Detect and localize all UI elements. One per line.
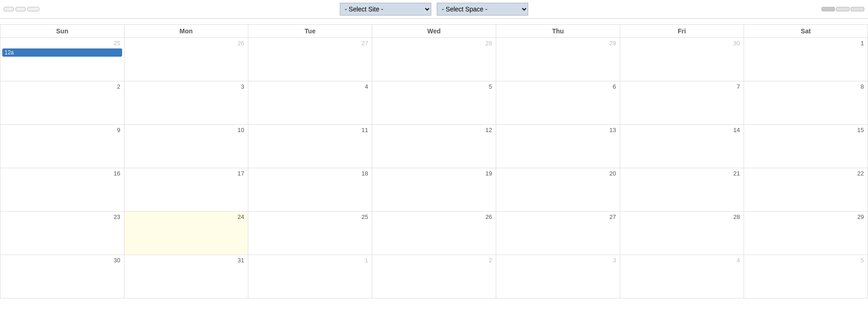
event-block[interactable]: 12a: [2, 48, 122, 57]
day-number: 26: [374, 213, 494, 221]
day-number: 19: [374, 169, 494, 178]
calendar-day[interactable]: 3: [496, 255, 620, 298]
day-number: 21: [622, 169, 742, 178]
today-button[interactable]: [27, 7, 39, 11]
day-number: 18: [250, 169, 370, 178]
day-number: 29: [746, 213, 866, 221]
calendar-week-2: 9101112131415: [0, 125, 868, 168]
day-number: 2: [2, 82, 122, 91]
calendar-day[interactable]: 20: [496, 168, 620, 212]
day-number: 4: [250, 82, 370, 91]
month-view-button[interactable]: [821, 7, 835, 11]
day-number: 22: [746, 169, 866, 178]
day-headers-row: SunMonTueWedThuFriSat: [0, 25, 868, 38]
day-number: 8: [746, 82, 866, 91]
day-number: 31: [126, 256, 246, 265]
calendar-day[interactable]: 5: [372, 81, 496, 125]
calendar-day[interactable]: 1: [744, 38, 868, 81]
calendar-day[interactable]: 14: [620, 125, 744, 168]
day-number: 28: [622, 213, 742, 221]
day-number: 25: [250, 213, 370, 221]
calendar-day[interactable]: 30: [620, 38, 744, 81]
nav-controls: [4, 7, 39, 11]
day-number: 5: [374, 82, 494, 91]
calendar-day[interactable]: 2512a: [0, 38, 124, 81]
day-number: 28: [374, 39, 494, 48]
day-number: 26: [126, 39, 246, 48]
day-number: 14: [622, 126, 742, 134]
calendar-day[interactable]: 2: [372, 255, 496, 298]
calendar-day[interactable]: 9: [0, 125, 124, 168]
day-number: 25: [2, 39, 122, 48]
space-select[interactable]: - Select Space -: [437, 3, 528, 16]
day-number: 5: [746, 256, 866, 265]
view-buttons: [821, 7, 864, 11]
day-number: 7: [622, 82, 742, 91]
next-button[interactable]: [16, 7, 26, 11]
day-number: 17: [126, 169, 246, 178]
calendar-day[interactable]: 2: [0, 81, 124, 125]
calendar-week-1: 2345678: [0, 81, 868, 125]
day-header-sun: Sun: [0, 25, 124, 38]
calendar-day[interactable]: 21: [620, 168, 744, 212]
calendar-day[interactable]: 19: [372, 168, 496, 212]
calendar-day[interactable]: 6: [496, 81, 620, 125]
calendar-week-0: 2512a26272829301: [0, 38, 868, 81]
calendar-day[interactable]: 28: [620, 212, 744, 255]
calendar-day[interactable]: 15: [744, 125, 868, 168]
day-number: 1: [250, 256, 370, 265]
calendar-day[interactable]: 22: [744, 168, 868, 212]
calendar-day[interactable]: 11: [248, 125, 372, 168]
site-select[interactable]: - Select Site -: [340, 3, 431, 16]
day-number: 16: [2, 169, 122, 178]
calendar-day[interactable]: 26: [372, 212, 496, 255]
day-number: 12: [374, 126, 494, 134]
day-number: 2: [374, 256, 494, 265]
day-number: 13: [498, 126, 618, 134]
calendar-day[interactable]: 27: [248, 38, 372, 81]
day-number: 9: [2, 126, 122, 134]
calendar-day[interactable]: 5: [744, 255, 868, 298]
day-header-tue: Tue: [248, 25, 372, 38]
calendar-day[interactable]: 30: [0, 255, 124, 298]
calendar-day[interactable]: 4: [248, 81, 372, 125]
calendar-day[interactable]: 24: [124, 212, 248, 255]
day-number: 20: [498, 169, 618, 178]
calendar-day[interactable]: 25: [248, 212, 372, 255]
day-number: 27: [250, 39, 370, 48]
week-view-button[interactable]: [836, 7, 850, 11]
calendar-day[interactable]: 28: [372, 38, 496, 81]
prev-button[interactable]: [4, 7, 14, 11]
calendar-day[interactable]: 7: [620, 81, 744, 125]
month-title: [0, 19, 868, 24]
day-header-thu: Thu: [496, 25, 620, 38]
calendar-day[interactable]: 16: [0, 168, 124, 212]
day-number: 6: [498, 82, 618, 91]
calendar-day[interactable]: 10: [124, 125, 248, 168]
calendar-day[interactable]: 18: [248, 168, 372, 212]
day-number: 30: [622, 39, 742, 48]
calendar-week-3: 16171819202122: [0, 168, 868, 212]
calendar-week-4: 23242526272829: [0, 212, 868, 255]
calendar-day[interactable]: 29: [496, 38, 620, 81]
calendar-day[interactable]: 29: [744, 212, 868, 255]
day-view-button[interactable]: [851, 7, 864, 11]
calendar-day[interactable]: 23: [0, 212, 124, 255]
day-number: 15: [746, 126, 866, 134]
day-number: 3: [126, 82, 246, 91]
calendar-day[interactable]: 27: [496, 212, 620, 255]
day-header-fri: Fri: [620, 25, 744, 38]
calendar-day[interactable]: 4: [620, 255, 744, 298]
day-number: 29: [498, 39, 618, 48]
calendar-day[interactable]: 31: [124, 255, 248, 298]
calendar-day[interactable]: 12: [372, 125, 496, 168]
calendar-day[interactable]: 17: [124, 168, 248, 212]
calendar-day[interactable]: 3: [124, 81, 248, 125]
calendar-day[interactable]: 8: [744, 81, 868, 125]
calendar-week-5: 303112345: [0, 255, 868, 298]
day-number: 1: [746, 39, 866, 48]
dropdowns: - Select Site - - Select Space -: [340, 3, 528, 16]
calendar-day[interactable]: 1: [248, 255, 372, 298]
calendar-day[interactable]: 26: [124, 38, 248, 81]
calendar-day[interactable]: 13: [496, 125, 620, 168]
